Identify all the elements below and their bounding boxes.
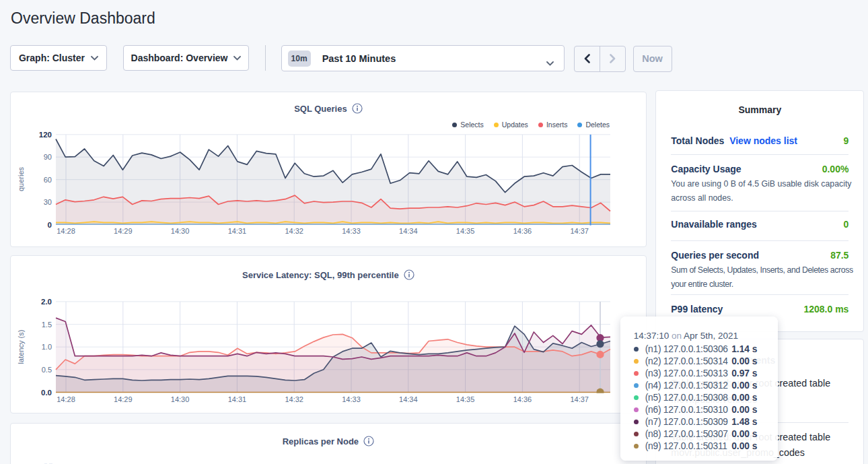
svg-text:14:32: 14:32	[285, 227, 303, 235]
svg-text:14:30: 14:30	[171, 227, 190, 235]
svg-text:14:31: 14:31	[228, 395, 247, 403]
svg-text:latency (s): latency (s)	[17, 329, 25, 364]
svg-text:0.0: 0.0	[41, 388, 52, 396]
svg-text:14:30: 14:30	[171, 395, 190, 403]
svg-text:14:34: 14:34	[399, 395, 418, 403]
svg-text:14:35: 14:35	[456, 395, 475, 403]
svg-text:14:36: 14:36	[513, 227, 532, 235]
svg-text:14:34: 14:34	[399, 227, 418, 235]
svg-text:0.5: 0.5	[42, 365, 52, 373]
svg-text:0: 0	[48, 221, 52, 229]
svg-text:2.0: 2.0	[41, 297, 52, 305]
svg-text:90: 90	[44, 153, 52, 161]
svg-text:14:29: 14:29	[114, 395, 133, 403]
svg-text:1.0: 1.0	[42, 343, 52, 351]
svg-text:14:37: 14:37	[570, 395, 589, 403]
svg-text:14:37: 14:37	[570, 227, 589, 235]
svg-text:14:36: 14:36	[513, 395, 532, 403]
svg-text:14:35: 14:35	[456, 227, 475, 235]
svg-text:14:29: 14:29	[114, 227, 133, 235]
svg-text:14:28: 14:28	[57, 395, 75, 403]
svg-text:60: 60	[44, 176, 52, 184]
svg-text:14:33: 14:33	[342, 227, 361, 235]
svg-text:120: 120	[39, 131, 52, 139]
svg-text:14:31: 14:31	[228, 227, 247, 235]
svg-text:30: 30	[44, 198, 52, 206]
svg-text:14:28: 14:28	[57, 227, 75, 235]
svg-text:14:33: 14:33	[342, 395, 361, 403]
svg-text:queries: queries	[17, 166, 25, 191]
svg-text:1.5: 1.5	[42, 320, 52, 328]
svg-text:14:32: 14:32	[285, 395, 303, 403]
